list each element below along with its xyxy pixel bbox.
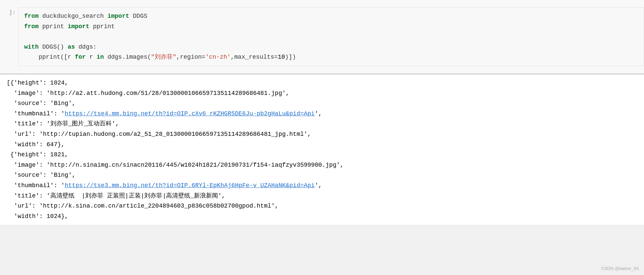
- cell-bracket: ]:: [9, 9, 16, 16]
- str-region: 'cn-zh': [205, 54, 231, 60]
- output-line-2: 'source': 'Bing',: [7, 98, 637, 109]
- num-maxresults: 10: [278, 54, 285, 60]
- code-line-5: pprint([r for r in ddgs.images("刘亦菲",reg…: [24, 52, 638, 62]
- output-line-10: 'thumbnail': 'https://tse3.mm.bing.net/t…: [7, 180, 637, 191]
- kw-in: in: [97, 54, 104, 60]
- kw-with: with: [24, 44, 39, 50]
- thumbnail-link-1[interactable]: https://tse4.mm.bing.net/th?id=OIP.cXv6_…: [65, 110, 315, 117]
- output-line-6: 'width': 647},: [7, 140, 637, 150]
- thumbnail-link-2[interactable]: https://tse3.mm.bing.net/th?id=OIP.6RYl-…: [65, 182, 315, 189]
- code-line-3: [24, 32, 638, 42]
- output-line-11: 'title': '高清壁纸 |刘亦菲 正装照|正装|刘亦菲|高清壁纸_新浪新闻…: [7, 191, 637, 201]
- kw-import-1: import: [107, 13, 129, 19]
- page-container: ]: from duckduckgo_search import DDGS fr…: [0, 0, 644, 275]
- cell-body: from duckduckgo_search import DDGS from …: [18, 7, 644, 66]
- watermark: CSDN @laeber_94: [601, 265, 639, 272]
- output-line-12: 'url': 'http://k.sina.com.cn/article_220…: [7, 201, 637, 211]
- code-line-1: from duckduckgo_search import DDGS: [24, 11, 638, 21]
- output-section: [{'height': 1024, 'image': 'http://a2.at…: [0, 74, 644, 225]
- kw-from-2: from: [24, 23, 39, 30]
- code-line-4: with DDGS() as ddgs:: [24, 42, 638, 52]
- output-line-7: {'height': 1821,: [7, 150, 637, 160]
- kw-as: as: [68, 44, 75, 50]
- kw-from-1: from: [24, 13, 39, 19]
- output-line-5: 'url': 'http://tupian.hudong.com/a2_51_2…: [7, 129, 637, 140]
- output-line-1: 'image': 'http://a2.att.hudong.com/51/28…: [7, 88, 637, 99]
- cell-label: ]:: [0, 7, 18, 17]
- kw-for: for: [75, 54, 86, 60]
- output-line-9: 'source': 'Bing',: [7, 170, 637, 180]
- output-line-13: 'width': 1024},: [7, 211, 637, 222]
- output-line-8: 'image': 'http://n.sinaimg.cn/sinacn2011…: [7, 160, 637, 170]
- code-line-2: from pprint import pprint: [24, 21, 638, 32]
- output-line-3: 'thumbnail': 'https://tse4.mm.bing.net/t…: [7, 109, 637, 119]
- output-line-4: 'title': '刘亦菲_图片_互动百科',: [7, 119, 637, 129]
- output-line-0: [{'height': 1024,: [7, 78, 637, 88]
- code-section: ]: from duckduckgo_search import DDGS fr…: [0, 0, 644, 74]
- str-query: "刘亦菲": [151, 54, 176, 60]
- notebook-cell: ]: from duckduckgo_search import DDGS fr…: [0, 6, 644, 67]
- kw-import-2: import: [68, 23, 90, 30]
